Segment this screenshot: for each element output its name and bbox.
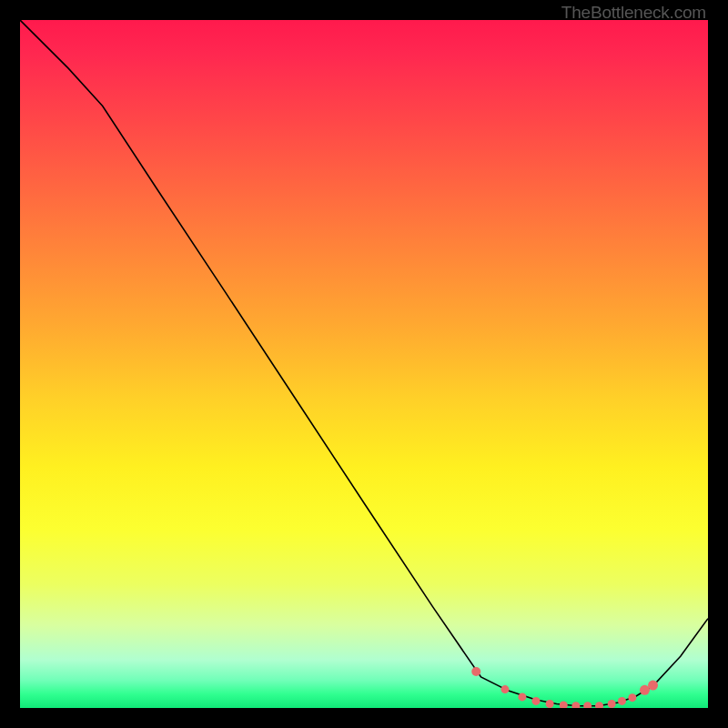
marker-point bbox=[583, 702, 592, 708]
marker-point bbox=[608, 700, 616, 708]
marker-point bbox=[595, 702, 603, 708]
marker-point bbox=[560, 701, 568, 708]
bottleneck-curve bbox=[20, 20, 708, 706]
marker-point bbox=[518, 693, 526, 701]
marker-point bbox=[471, 667, 480, 676]
watermark-text: TheBottleneck.com bbox=[561, 3, 706, 23]
marker-point bbox=[532, 697, 541, 705]
highlight-markers bbox=[471, 667, 658, 708]
marker-point bbox=[618, 697, 626, 705]
marker-point bbox=[571, 702, 580, 708]
chart-overlay bbox=[20, 20, 708, 708]
marker-point bbox=[500, 685, 509, 693]
marker-point bbox=[546, 700, 554, 708]
marker-point bbox=[648, 681, 658, 691]
marker-point bbox=[628, 693, 636, 702]
